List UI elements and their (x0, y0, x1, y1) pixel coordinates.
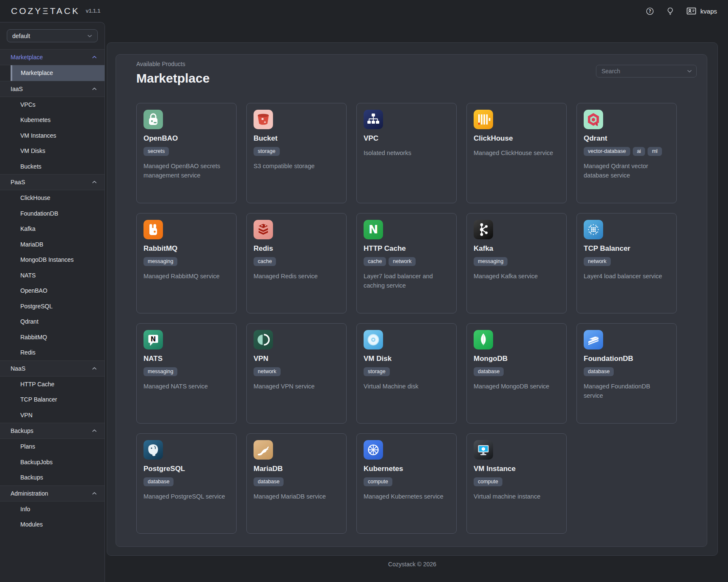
sidebar-item-mariadb[interactable]: MariaDB (0, 237, 105, 252)
product-tags: network (254, 367, 339, 376)
sidebar-item-vm-disks[interactable]: VM Disks (0, 143, 105, 159)
sidebar-item-modules[interactable]: Modules (0, 517, 105, 532)
chevron-up-icon (92, 429, 97, 432)
product-description: Managed MongoDB service (474, 382, 560, 391)
project-select[interactable]: default (7, 29, 98, 42)
sidebar-item-clickhouse[interactable]: ClickHouse (0, 190, 105, 206)
product-card-vpn[interactable]: VPNnetworkManaged VPN service (246, 323, 347, 424)
product-card-openbao[interactable]: OpenBAOsecretsManaged OpenBAO secrets ma… (136, 103, 237, 203)
username: kvaps (700, 8, 717, 15)
product-description: Managed Kafka service (474, 272, 560, 281)
product-description: Virtual Machine disk (364, 382, 449, 391)
product-title: Kubernetes (364, 465, 449, 473)
product-description: Managed MariaDB service (254, 492, 339, 501)
product-description: Managed RabbitMQ service (143, 272, 229, 281)
product-card-rabbitmq[interactable]: RabbitMQmessagingManaged RabbitMQ servic… (136, 213, 237, 313)
tag-messaging: messaging (143, 257, 177, 266)
product-card-qdrant[interactable]: Qdrantvector-databaseaimlManaged Qdrant … (576, 103, 677, 203)
section-items: VPCsKubernetesVM InstancesVM DisksBucket… (0, 97, 105, 175)
chevron-up-icon (92, 367, 97, 370)
nats-logo-icon: N (143, 330, 163, 349)
user-menu[interactable]: kvaps (686, 6, 717, 16)
product-description: Managed Redis service (254, 272, 339, 281)
sidebar-section-marketplace[interactable]: Marketplace (0, 49, 105, 65)
sidebar-item-qdrant[interactable]: Qdrant (0, 314, 105, 330)
product-card-kubernetes[interactable]: KubernetescomputeManaged Kubernetes serv… (356, 433, 457, 534)
product-card-nats[interactable]: NNATSmessagingManaged NATS service (136, 323, 237, 424)
product-tags: database (474, 367, 560, 376)
product-card-mongodb[interactable]: MongoDBdatabaseManaged MongoDB service (466, 323, 567, 424)
clickhouse-logo-icon (474, 110, 493, 129)
tag-cache: cache (254, 257, 276, 266)
product-description: Layer4 load balancer service (584, 272, 670, 281)
help-icon[interactable]: ? (645, 7, 654, 16)
sidebar-item-tcp-balancer[interactable]: TCP Balancer (0, 392, 105, 407)
product-title: VM Instance (474, 465, 560, 473)
product-description: Managed FoundationDB service (584, 382, 670, 400)
product-description: Managed PostgreSQL service (143, 492, 229, 501)
product-tags: database (143, 477, 229, 486)
svg-text:?: ? (649, 9, 651, 14)
product-tags: cachenetwork (364, 257, 449, 266)
product-title: VPC (364, 134, 449, 143)
product-title: HTTP Cache (364, 244, 449, 253)
sidebar-item-backupjobs[interactable]: BackupJobs (0, 455, 105, 470)
openbao-logo-icon (143, 110, 163, 129)
tag-ml: ml (648, 147, 662, 156)
chevron-up-icon (92, 492, 97, 495)
sidebar-item-backups[interactable]: Backups (0, 470, 105, 485)
product-title: Bucket (254, 134, 339, 143)
sidebar-item-vpcs[interactable]: VPCs (0, 97, 105, 113)
product-card-vpc[interactable]: VPCIsolated networks (356, 103, 457, 203)
section-label: Backups (11, 427, 33, 434)
lightbulb-icon[interactable] (666, 7, 675, 16)
sidebar-item-rabbitmq[interactable]: RabbitMQ (0, 330, 105, 345)
section-items: PlansBackupJobsBackups (0, 439, 105, 485)
product-card-bucket[interactable]: BucketstorageS3 compatible storage (246, 103, 347, 203)
sidebar-section-administration[interactable]: Administration (0, 485, 105, 502)
sidebar-section-iaas[interactable]: IaaS (0, 81, 105, 97)
sidebar-item-openbao[interactable]: OpenBAO (0, 283, 105, 299)
sidebar-item-nats[interactable]: NATS (0, 268, 105, 283)
product-card-redis[interactable]: RediscacheManaged Redis service (246, 213, 347, 313)
sidebar-item-vm-instances[interactable]: VM Instances (0, 128, 105, 144)
tag-messaging: messaging (474, 257, 507, 266)
chevron-up-icon (92, 87, 97, 91)
mariadb-logo-icon (254, 440, 273, 460)
product-card-kafka[interactable]: KafkamessagingManaged Kafka service (466, 213, 567, 313)
product-card-vm-instance[interactable]: VM InstancecomputeVirtual machine instan… (466, 433, 567, 534)
section-items: Marketplace (0, 65, 105, 81)
product-card-tcp-balancer[interactable]: TCP BalancernetworkLayer4 load balancer … (576, 213, 677, 313)
kubernetes-logo-icon (364, 440, 383, 460)
product-card-foundationdb[interactable]: FoundationDBdatabaseManaged FoundationDB… (576, 323, 677, 424)
app-logo: COZYΞTACK (11, 6, 80, 16)
sidebar-item-postgresql[interactable]: PostgreSQL (0, 299, 105, 314)
sidebar-item-plans[interactable]: Plans (0, 439, 105, 455)
product-card-postgresql[interactable]: PostgreSQLdatabaseManaged PostgreSQL ser… (136, 433, 237, 534)
sidebar-item-buckets[interactable]: Buckets (0, 159, 105, 175)
sidebar-item-redis[interactable]: Redis (0, 345, 105, 360)
sidebar-item-marketplace[interactable]: Marketplace (11, 65, 105, 81)
sidebar-section-backups[interactable]: Backups (0, 423, 105, 439)
product-description: Managed Qdrant vector database service (584, 161, 670, 180)
product-card-mariadb[interactable]: MariaDBdatabaseManaged MariaDB service (246, 433, 347, 534)
sidebar-section-naas[interactable]: NaaS (0, 360, 105, 377)
sidebar-item-kubernetes[interactable]: Kubernetes (0, 112, 105, 128)
sidebar-item-kafka[interactable]: Kafka (0, 221, 105, 237)
product-tags: vector-databaseaiml (584, 147, 670, 156)
user-badge-icon (686, 6, 697, 16)
sidebar-item-foundationdb[interactable]: FoundationDB (0, 206, 105, 222)
sidebar-item-vpn[interactable]: VPN (0, 407, 105, 423)
product-card-vm-disk[interactable]: VM DiskstorageVirtual Machine disk (356, 323, 457, 424)
product-card-clickhouse[interactable]: ClickHouseManaged ClickHouse service (466, 103, 567, 203)
http-cache-logo-icon: N (364, 220, 383, 239)
product-card-http-cache[interactable]: NHTTP CachecachenetworkLayer7 load balan… (356, 213, 457, 313)
sidebar-section-paas[interactable]: PaaS (0, 174, 105, 190)
sidebar-item-mongodb-instances[interactable]: MongoDB Instances (0, 252, 105, 268)
sidebar-item-http-cache[interactable]: HTTP Cache (0, 377, 105, 392)
vpc-logo-icon (364, 110, 383, 129)
product-grid: OpenBAOsecretsManaged OpenBAO secrets ma… (136, 103, 687, 534)
product-description: Isolated networks (364, 148, 449, 158)
sidebar-item-info[interactable]: Info (0, 502, 105, 517)
search-input[interactable] (601, 68, 687, 75)
